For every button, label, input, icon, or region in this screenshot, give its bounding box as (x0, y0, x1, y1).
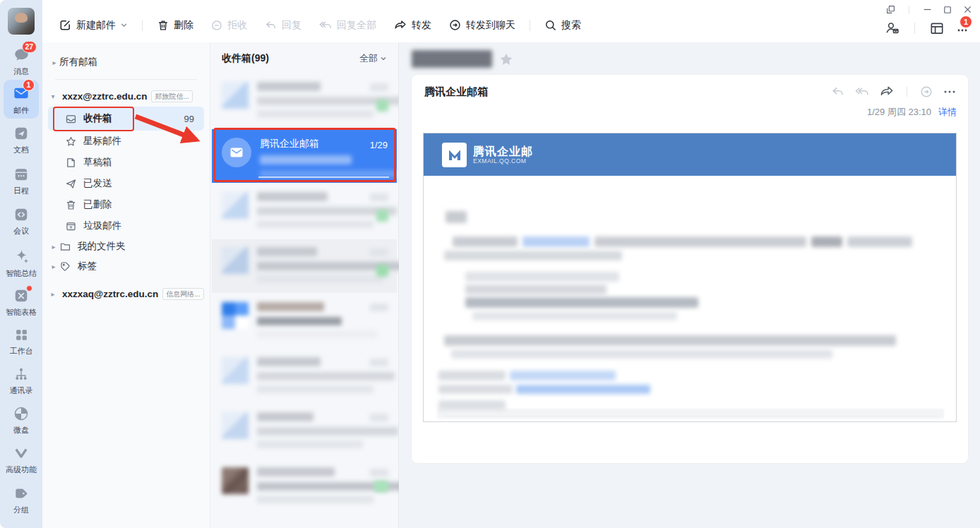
popout-icon[interactable] (885, 4, 896, 15)
message-list: 收件箱(99) 全部 腾讯企业邮箱 1/29 (210, 42, 399, 528)
user-avatar[interactable] (8, 8, 35, 35)
forward-button[interactable]: 转发 (388, 16, 437, 35)
contact-card-icon[interactable] (884, 20, 900, 36)
redacted-text (594, 236, 806, 247)
sidebar-item-groups[interactable]: 分组 (0, 486, 42, 514)
mail-list-item[interactable] (212, 404, 397, 458)
reply-all-icon[interactable] (854, 84, 870, 99)
sidebar-item-meeting[interactable]: 会议 (0, 207, 42, 235)
document-icon (13, 126, 29, 141)
reject-label: 拒收 (227, 19, 247, 32)
sidebar-item-advanced[interactable]: 高级功能 (0, 445, 42, 474)
sidebar-item-calendar[interactable]: 日程 (0, 167, 42, 195)
redacted-text (446, 211, 467, 223)
sidebar-item-contacts[interactable]: 通讯录 (0, 366, 42, 395)
account-row-2[interactable]: ▸ xxzxaq@zztrc.edu.cn 信息网络... (42, 283, 210, 304)
folder-my-folders[interactable]: ▸ 我的文件夹 (42, 236, 210, 256)
redacted-subject (257, 372, 395, 380)
star-icon[interactable] (498, 52, 514, 67)
folder-sent[interactable]: 已发送 (48, 173, 204, 194)
redacted-sender (257, 412, 313, 421)
sidebar-item-label: 文档 (0, 145, 42, 154)
minimize-icon[interactable] (922, 4, 933, 15)
sidebar-item-workbench[interactable]: 工作台 (0, 328, 42, 355)
inbox-icon (65, 113, 77, 125)
mail-list-item[interactable] (212, 239, 397, 293)
sender-avatar (222, 138, 251, 167)
sidebar-item-smart-table[interactable]: 智能表格 (0, 288, 42, 316)
folder-panel: ▸ 所有邮箱 ▾ xxzx@zztrc.edu.cn 郑旅院信... 收件箱 9… (42, 42, 210, 528)
redacted-text (451, 349, 832, 359)
sidebar-item-messages[interactable]: 27 消息 (0, 47, 42, 76)
mail-list-item-selected[interactable]: 腾讯企业邮箱 1/29 (212, 129, 397, 183)
reply-button[interactable]: 回复 (258, 16, 307, 35)
chat-forward-icon[interactable] (919, 85, 933, 99)
redacted-text (465, 284, 606, 294)
folder-deleted[interactable]: 已删除 (48, 194, 204, 215)
selected-sender: 腾讯企业邮箱 (260, 138, 388, 149)
delete-button[interactable]: 删除 (151, 16, 199, 35)
sidebar-item-label: 微盘 (0, 426, 42, 434)
sender-avatar (222, 467, 249, 494)
attachment-badge (376, 265, 388, 277)
selected-date: 1/29 (370, 140, 388, 150)
folder-labels[interactable]: ▸ 标签 (42, 256, 210, 276)
redacted-strip (437, 409, 944, 419)
layout-panel-icon[interactable] (929, 20, 945, 36)
account-row-1[interactable]: ▾ xxzx@zztrc.edu.cn 郑旅院信... (42, 85, 210, 107)
spam-box-icon (65, 220, 77, 232)
forward-to-chat-button[interactable]: 转发到聊天 (443, 16, 521, 35)
sidebar-item-docs[interactable]: 文档 (0, 126, 42, 154)
redacted-preview (257, 385, 374, 393)
reply-all-button[interactable]: 回复全部 (313, 16, 382, 35)
forward-icon[interactable] (879, 84, 895, 99)
details-link[interactable]: 详情 (938, 106, 957, 119)
redacted-date (370, 414, 388, 421)
sender-avatar (222, 247, 249, 274)
folder-label: 已删除 (83, 198, 112, 211)
folder-starred[interactable]: 星标邮件 (48, 131, 204, 152)
reject-button[interactable]: 拒收 (205, 16, 253, 35)
new-mail-button[interactable]: 新建邮件 (53, 16, 133, 35)
folder-label: 我的文件夹 (78, 240, 126, 253)
sidebar-item-wedisk[interactable]: 微盘 (0, 406, 42, 434)
redacted-link (522, 236, 590, 247)
sidebar-item-label: 消息 (0, 67, 42, 76)
search-button[interactable]: 搜索 (539, 16, 587, 35)
sidebar-item-label: 智能表格 (0, 308, 42, 316)
close-icon[interactable] (962, 4, 973, 15)
mail-list-item[interactable] (212, 349, 397, 403)
more-dots-icon[interactable] (943, 85, 957, 99)
maximize-icon[interactable] (943, 5, 952, 15)
icons-divider (907, 87, 907, 97)
v-logo-icon (13, 445, 29, 461)
mail-list-item[interactable] (212, 460, 397, 513)
sidebar-item-mail[interactable]: 1 邮件 (4, 80, 39, 119)
redacted-date (370, 193, 388, 201)
redacted-text (847, 236, 912, 247)
delete-label: 删除 (174, 19, 193, 32)
notification-badge: 1 (959, 15, 973, 29)
all-mailboxes-item[interactable]: ▸ 所有邮箱 (42, 52, 210, 72)
reading-pane: 腾讯企业邮箱 1/29 周四 23:10 详情 (399, 42, 980, 528)
org-chart-icon (13, 366, 29, 382)
sparkle-icon (13, 248, 30, 265)
redacted-subject (257, 427, 398, 436)
folder-drafts[interactable]: 草稿箱 (48, 152, 204, 173)
sidebar-item-label: 会议 (0, 227, 42, 235)
sidebar-item-smart-summary[interactable]: 智能总结 (0, 248, 42, 277)
messages-badge: 27 (22, 41, 37, 53)
folder-inbox[interactable]: 收件箱 99 (48, 107, 204, 131)
collapse-triangle-icon: ▸ (48, 243, 59, 251)
redacted-text (438, 400, 506, 410)
reply-icon[interactable] (830, 84, 845, 99)
list-filter-dropdown[interactable]: 全部 (359, 52, 387, 65)
mail-list-item[interactable] (212, 74, 397, 128)
toolbar-divider (142, 20, 143, 31)
mail-list-item[interactable] (212, 184, 397, 238)
folder-spam[interactable]: 垃圾邮件 (48, 215, 204, 236)
chevron-down-icon (380, 55, 387, 62)
forward-to-chat-label: 转发到聊天 (466, 19, 515, 32)
star-icon (65, 136, 77, 148)
mail-list-item[interactable] (212, 294, 397, 348)
